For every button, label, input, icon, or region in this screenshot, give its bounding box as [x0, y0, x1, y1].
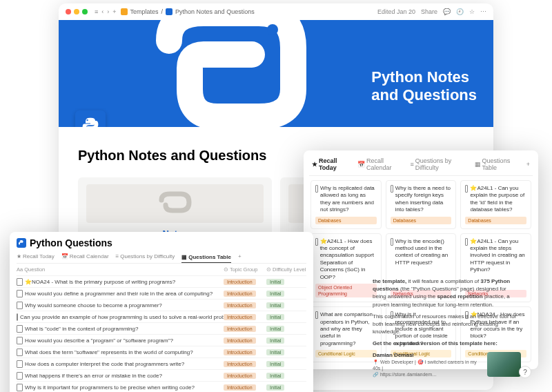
topic-pill: Introduction [224, 384, 256, 391]
questions-table-popup: Python Questions ★ Recall Today 📅 Recall… [10, 232, 313, 392]
topic-tag: Databases [315, 217, 377, 224]
topic-pill: Introduction [224, 291, 256, 297]
more-icon[interactable]: ⋯ [480, 8, 486, 15]
table-row[interactable]: ⭐NOA24 - What is the primary purpose of … [17, 275, 306, 287]
minimize-dot[interactable] [74, 9, 79, 14]
difficulty-pill: Initial [266, 361, 284, 367]
banner-line1: Python Notes [371, 68, 477, 86]
difficulty-pill: Initial [266, 326, 284, 332]
titlebar-right: Edited Jan 20 Share 💬 🕘 ☆ ⋯ [377, 8, 486, 15]
tab-recall-today[interactable]: ★ Recall Today [312, 157, 351, 171]
table-row[interactable]: Why is it important for programmers to b… [17, 381, 306, 392]
share-button[interactable]: Share [421, 8, 437, 15]
author-name: Damian Demasi [373, 352, 483, 359]
author-role: 📍 Web Developer | 🎯 I switched careers i… [373, 359, 483, 371]
topic-pill: Introduction [224, 349, 256, 355]
topic-pill: Introduction [224, 302, 256, 308]
topic-tag: Conditional Logic [315, 350, 377, 357]
table-row[interactable]: How does a computer interpret the code t… [17, 357, 306, 369]
edited-label: Edited Jan 20 [377, 8, 415, 15]
qtable-header: Aa Question ⊙ Topic Group ⊙ Difficulty L… [17, 264, 306, 275]
topic-tag: Databases [465, 217, 526, 224]
doc-icon [315, 238, 318, 246]
tab-questions-table[interactable]: ▦ Questions Table [475, 157, 520, 171]
bc-templates: Templates [130, 8, 159, 15]
table-row[interactable]: What is "code" in the context of program… [17, 322, 306, 334]
notes-card-image [86, 184, 264, 223]
recall-card[interactable]: ⭐A24L1 - How does the concept of encapsu… [310, 233, 382, 303]
clock-icon[interactable]: 🕘 [456, 8, 464, 15]
topic-pill: Introduction [224, 326, 256, 332]
bc-sep: / [161, 8, 164, 15]
banner-title: Python Notes and Questions [371, 68, 477, 105]
recall-card[interactable]: ⭐A24L1 - Can you explain the purpose of … [460, 180, 531, 229]
difficulty-pill: Initial [266, 302, 284, 308]
doc-icon [17, 313, 18, 321]
banner: Python Notes and Questions [59, 20, 493, 127]
author-photo [487, 352, 521, 377]
doc-icon [17, 302, 23, 309]
table-row[interactable]: What happens if there's an error or mist… [17, 369, 306, 381]
topic-pill: Introduction [224, 373, 256, 379]
new-icon[interactable]: + [112, 8, 116, 15]
comment-icon[interactable]: 💬 [443, 8, 451, 15]
qt-recall-calendar[interactable]: 📅 Recall Calendar [61, 253, 109, 259]
qt-questions-table[interactable]: ▦ Questions Table [181, 253, 231, 263]
close-dot[interactable] [66, 9, 71, 14]
popup-tabs: ★ Recall Today 📅 Recall Calendar ≡ Quest… [309, 156, 533, 176]
table-row[interactable]: What does the term "software" represents… [17, 346, 306, 357]
table-row[interactable]: Can you provide an example of how progra… [17, 311, 306, 322]
table-row[interactable]: How would you describe a "program" or "s… [17, 334, 306, 346]
svg-point-1 [86, 119, 88, 121]
doc-icon [391, 238, 393, 246]
difficulty-pill: Initial [266, 373, 284, 379]
right-description: the template, it will feature a compilat… [373, 277, 521, 378]
difficulty-pill: Initial [266, 349, 284, 355]
maximize-dot[interactable] [82, 9, 88, 14]
difficulty-pill: Initial [266, 337, 284, 344]
difficulty-pill: Initial [266, 291, 284, 297]
doc-icon [391, 185, 393, 193]
doc-icon [17, 325, 23, 333]
difficulty-pill: Initial [266, 279, 284, 285]
page-icon [166, 8, 172, 15]
recall-card[interactable]: Why is there a need to specify foreign k… [386, 180, 457, 229]
tab-recall-calendar[interactable]: 📅 Recall Calendar [357, 157, 404, 171]
breadcrumb[interactable]: Templates / Python Notes and Questions [121, 8, 255, 15]
doc-icon [315, 311, 318, 319]
back-icon[interactable]: ‹ [101, 8, 103, 15]
author-block[interactable]: Damian Demasi 📍 Web Developer | 🎯 I swit… [373, 352, 521, 378]
qt-by-difficulty[interactable]: ≡ Questions by Difficulty [116, 253, 175, 259]
doc-icon [17, 290, 23, 297]
difficulty-pill: Initial [266, 314, 284, 320]
tab-add[interactable]: + [526, 157, 530, 171]
qt-recall-today[interactable]: ★ Recall Today [17, 253, 55, 259]
difficulty-pill: Initial [266, 384, 284, 391]
doc-icon [17, 278, 23, 286]
menu-icon[interactable]: ≡ [95, 8, 98, 15]
doc-icon [17, 337, 23, 344]
doc-icon [17, 372, 23, 380]
recall-card[interactable]: Why is replicated data allowed as long a… [310, 180, 382, 229]
nav-icons: ≡ ‹ › + [95, 8, 117, 15]
star-icon[interactable]: ☆ [469, 8, 475, 15]
bc-page: Python Notes and Questions [175, 8, 255, 15]
table-row[interactable]: Why would someone choose to become a pro… [17, 299, 306, 311]
recall-card[interactable]: What are comparison operators in Python,… [310, 306, 382, 362]
traffic-lights [66, 9, 88, 14]
forward-icon[interactable]: › [107, 8, 109, 15]
topic-pill: Introduction [224, 314, 256, 320]
table-row[interactable]: How would you define a programmer and th… [17, 287, 306, 299]
templates-icon [121, 8, 128, 15]
topic-pill: Introduction [224, 279, 256, 285]
qtable-tabs: ★ Recall Today 📅 Recall Calendar ≡ Quest… [17, 251, 306, 264]
tab-by-difficulty[interactable]: ≡ Questions by Difficulty [411, 157, 468, 171]
python-icon [17, 238, 26, 248]
topic-pill: Introduction [224, 361, 256, 367]
qtable-rows: ⭐NOA24 - What is the primary purpose of … [17, 275, 306, 392]
svg-point-0 [267, 24, 278, 35]
qt-add[interactable]: + [238, 253, 241, 259]
doc-icon [465, 238, 468, 246]
help-button[interactable]: ? [519, 366, 531, 378]
titlebar: ≡ ‹ › + Templates / Python Notes and Que… [59, 3, 493, 20]
